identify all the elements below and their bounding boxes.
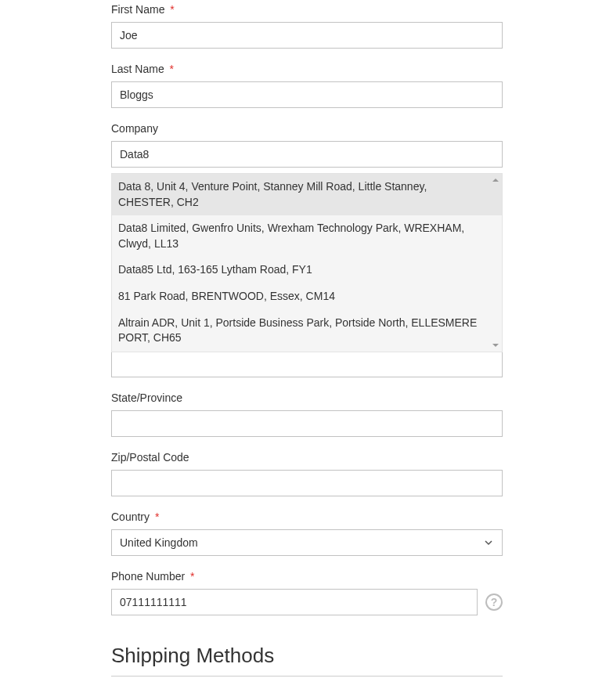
state-field: State/Province [111,391,503,437]
phone-input[interactable] [111,589,478,615]
country-select[interactable] [111,529,503,556]
required-mark: * [170,3,174,16]
country-label-text: Country [111,511,150,523]
phone-label-text: Phone Number [111,570,185,583]
scroll-up-icon[interactable] [492,179,499,182]
company-autocomplete-dropdown[interactable]: Data 8, Unit 4, Venture Point, Stanney M… [111,173,503,352]
required-mark: * [190,570,194,583]
company-input[interactable] [111,141,503,168]
state-input[interactable] [111,410,503,437]
zip-input[interactable] [111,470,503,496]
state-label: State/Province [111,391,503,404]
first-name-label-text: First Name [111,3,164,16]
scroll-down-icon[interactable] [492,344,499,347]
country-field: Country * [111,511,503,556]
last-name-input[interactable] [111,81,503,108]
shipping-methods-heading: Shipping Methods [111,630,503,677]
city-input[interactable] [111,351,503,377]
help-icon[interactable]: ? [485,594,503,611]
last-name-field: Last Name * [111,63,503,108]
zip-field: Zip/Postal Code [111,451,503,496]
first-name-field: First Name * [111,3,503,49]
autocomplete-item[interactable]: Data85 Ltd, 163-165 Lytham Road, FY1 [112,257,502,283]
company-label: Company [111,122,503,135]
last-name-label-text: Last Name [111,63,164,75]
autocomplete-item[interactable]: 81 Park Road, BRENTWOOD, Essex, CM14 [112,283,502,310]
zip-label: Zip/Postal Code [111,451,503,464]
first-name-label: First Name * [111,3,503,16]
autocomplete-item[interactable]: Data8 Limited, Gwenfro Units, Wrexham Te… [112,215,502,257]
autocomplete-item[interactable]: Data 8, Unit 4, Venture Point, Stanney M… [112,174,502,215]
required-mark: * [170,63,174,75]
phone-field: Phone Number * ? [111,570,503,615]
first-name-input[interactable] [111,22,503,49]
last-name-label: Last Name * [111,63,503,75]
required-mark: * [155,511,159,523]
phone-label: Phone Number * [111,570,503,583]
country-label: Country * [111,511,503,523]
autocomplete-item[interactable]: Altrain ADR, Unit 1, Portside Business P… [112,310,502,352]
company-field: Company Data 8, Unit 4, Venture Point, S… [111,122,503,168]
